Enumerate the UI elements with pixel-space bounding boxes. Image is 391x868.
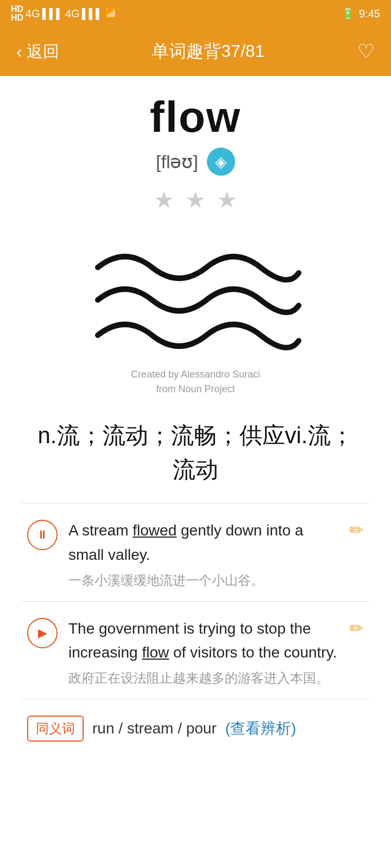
signal-4g-2: 4G	[65, 8, 80, 20]
synonyms-row: 同义词 run / stream / pour (查看辨析)	[22, 699, 369, 758]
back-chevron-icon: ‹	[16, 42, 22, 62]
nav-bar: ‹ 返回 单词趣背37/81 ♡	[0, 27, 391, 76]
sound-button[interactable]: ◈	[207, 148, 235, 176]
example-en-2: The government is trying to stop the inc…	[68, 617, 338, 666]
heart-icon: ♡	[357, 40, 375, 62]
main-content: flow [fləʊ] ◈ ★ ★ ★ Created by Alessandr…	[0, 76, 391, 774]
synonym-badge: 同义词	[27, 716, 84, 742]
signal-4g-1: 4G	[26, 8, 40, 20]
edit-button-1[interactable]: ✏	[349, 520, 364, 540]
keyword-flowed: flowed	[133, 522, 176, 539]
status-right: 🔋 9:45	[341, 7, 380, 20]
star-3[interactable]: ★	[217, 187, 237, 213]
favorite-button[interactable]: ♡	[357, 40, 375, 63]
status-bar: HDHD 4G ▌▌▌ 4G ▌▌▌ 📶 🔋 9:45	[0, 0, 391, 27]
play-button-2[interactable]: ▶	[27, 618, 58, 648]
example-row-1: ⏸ A stream flowed gently down into a sma…	[22, 503, 369, 601]
image-credit: Created by Alessandro Suraci from Noun P…	[131, 367, 260, 397]
word-heading: flow	[22, 92, 369, 142]
example-text-1: A stream flowed gently down into a small…	[68, 519, 338, 590]
keyword-flow: flow	[142, 644, 169, 661]
page-title: 单词趣背37/81	[152, 40, 264, 63]
signal-bars: ▌▌▌	[42, 8, 63, 20]
signal-bars-2: ▌▌▌	[82, 8, 103, 20]
phonetic-row: [fləʊ] ◈	[22, 148, 369, 176]
example-zh-1: 一条小溪缓缓地流进一个小山谷。	[68, 571, 338, 590]
edit-button-2[interactable]: ✏	[349, 618, 364, 639]
word-definition: n.流；流动；流畅；供应vi.流；流动	[27, 418, 364, 487]
example-row-2: ▶ The government is trying to stop the i…	[22, 602, 369, 699]
example-en-1: A stream flowed gently down into a small…	[68, 519, 338, 567]
sound-icon: ◈	[215, 153, 227, 171]
example-text-2: The government is trying to stop the inc…	[68, 617, 338, 688]
status-left: HDHD 4G ▌▌▌ 4G ▌▌▌ 📶	[11, 5, 117, 22]
pause-icon: ⏸	[36, 528, 48, 542]
pause-button-1[interactable]: ⏸	[27, 520, 58, 550]
star-1[interactable]: ★	[154, 187, 174, 213]
synonym-list: run / stream / pour	[92, 720, 217, 737]
example-zh-2: 政府正在设法阻止越来越多的游客进入本国。	[68, 668, 338, 688]
back-label: 返回	[27, 41, 59, 63]
wifi-icon: 📶	[105, 8, 117, 20]
word-illustration: Created by Alessandro Suraci from Noun P…	[22, 229, 369, 402]
clock: 9:45	[359, 8, 380, 20]
battery-icon: 🔋	[341, 7, 355, 20]
synonym-analysis-link[interactable]: (查看辨析)	[225, 718, 297, 739]
wave-svg	[87, 235, 304, 365]
hd-icon: HDHD	[11, 5, 23, 22]
phonetic-text: [fləʊ]	[156, 151, 198, 173]
star-2[interactable]: ★	[185, 187, 206, 213]
back-button[interactable]: ‹ 返回	[16, 41, 59, 63]
play-icon: ▶	[38, 626, 47, 640]
difficulty-stars: ★ ★ ★	[22, 187, 369, 213]
